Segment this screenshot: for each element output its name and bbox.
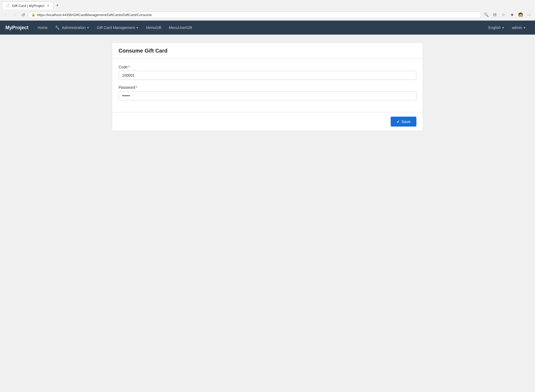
nav-link-administration[interactable]: 🔧 Administration ▼	[51, 21, 93, 35]
consume-gift-card-card: Consume Gift Card Code* Password* ✔ Save	[112, 43, 423, 131]
nav-item-gift-card-management: Gift Card Management ▼	[93, 21, 142, 35]
nav-item-language: English ▼	[485, 21, 508, 35]
star-icon: ☆	[502, 12, 505, 17]
nav-link-menu-gift[interactable]: MenuGift	[142, 21, 165, 35]
back-button[interactable]: ←	[2, 11, 10, 19]
browser-toolbar-right: 🔍 ⊟ ☆ ★ 🧑 ⋯	[482, 11, 533, 19]
nav-link-language[interactable]: English ▼	[485, 21, 508, 35]
password-form-group: Password*	[119, 85, 416, 100]
browser-tab[interactable]: 📄 Gift Card | MyProject ×	[2, 2, 53, 9]
user-dropdown-arrow: ▼	[523, 26, 526, 29]
forward-button[interactable]: →	[11, 11, 18, 19]
nav-item-user: admin ▼	[508, 21, 530, 35]
password-input[interactable]	[119, 91, 416, 100]
tab-title: Gift Card | MyProject	[12, 4, 44, 8]
refresh-button[interactable]: ↺	[19, 11, 27, 19]
nav-item-home: Home	[34, 21, 51, 35]
more-icon: ⋯	[527, 12, 531, 17]
code-form-group: Code*	[119, 65, 416, 80]
password-label: Password*	[119, 85, 416, 90]
navbar-nav: Home 🔧 Administration ▼ Gift Card Manage…	[34, 21, 485, 35]
card-body: Code* Password*	[112, 58, 423, 112]
nav-link-home[interactable]: Home	[34, 21, 51, 35]
profile-icon: 🧑	[518, 12, 523, 17]
wrench-icon: 🔧	[55, 25, 60, 30]
code-label: Code*	[119, 65, 416, 69]
nav-link-gift-card-management[interactable]: Gift Card Management ▼	[93, 21, 142, 35]
browser-frame: 📄 Gift Card | MyProject × + ← → ↺ 🔒 http…	[0, 0, 535, 21]
administration-dropdown-arrow: ▼	[87, 26, 89, 29]
card-footer: ✔ Save	[112, 112, 423, 131]
nav-link-user[interactable]: admin ▼	[508, 21, 530, 35]
tab-favicon: 📄	[6, 4, 10, 8]
language-dropdown-arrow: ▼	[502, 26, 504, 29]
browser-toolbar: ← → ↺ 🔒 https://localhost:44356/GiftCard…	[0, 9, 535, 20]
navbar-right: English ▼ admin ▼	[485, 21, 530, 35]
address-text: https://localhost:44356/GiftCardManageme…	[37, 13, 478, 17]
nav-item-administration: 🔧 Administration ▼	[51, 21, 93, 35]
code-required-star: *	[128, 65, 129, 69]
search-button[interactable]: 🔍	[482, 11, 490, 19]
browser-titlebar: 📄 Gift Card | MyProject × +	[0, 0, 535, 9]
favorites-button[interactable]: ☆	[500, 11, 507, 19]
more-button[interactable]: ⋯	[525, 11, 533, 19]
address-bar[interactable]: 🔒 https://localhost:44356/GiftCardManage…	[28, 12, 481, 18]
nav-link-menu-user-gift[interactable]: MenuUserGift	[165, 21, 196, 35]
split-screen-icon: ⊟	[493, 12, 497, 17]
collections-button[interactable]: ★	[508, 11, 516, 19]
navbar: MyProject Home 🔧 Administration ▼ Gift C…	[0, 21, 535, 35]
search-icon: 🔍	[484, 12, 489, 17]
tab-close-button[interactable]: ×	[46, 3, 50, 8]
page-content: Consume Gift Card Code* Password* ✔ Save	[0, 35, 535, 391]
nav-item-menu-user-gift: MenuUserGift	[165, 21, 196, 35]
collections-icon: ★	[510, 12, 514, 17]
password-required-star: *	[135, 85, 137, 90]
new-tab-button[interactable]: +	[54, 2, 61, 9]
checkmark-icon: ✔	[397, 120, 400, 124]
navbar-brand[interactable]: MyProject	[5, 25, 28, 31]
page-title: Consume Gift Card	[119, 48, 416, 54]
save-button[interactable]: ✔ Save	[391, 117, 416, 127]
card-header: Consume Gift Card	[112, 43, 423, 58]
nav-item-menu-gift: MenuGift	[142, 21, 165, 35]
lock-icon: 🔒	[31, 13, 35, 17]
profile-button[interactable]: 🧑	[517, 11, 524, 19]
split-screen-button[interactable]: ⊟	[491, 11, 499, 19]
gift-card-dropdown-arrow: ▼	[136, 26, 139, 29]
code-input[interactable]	[119, 71, 416, 80]
